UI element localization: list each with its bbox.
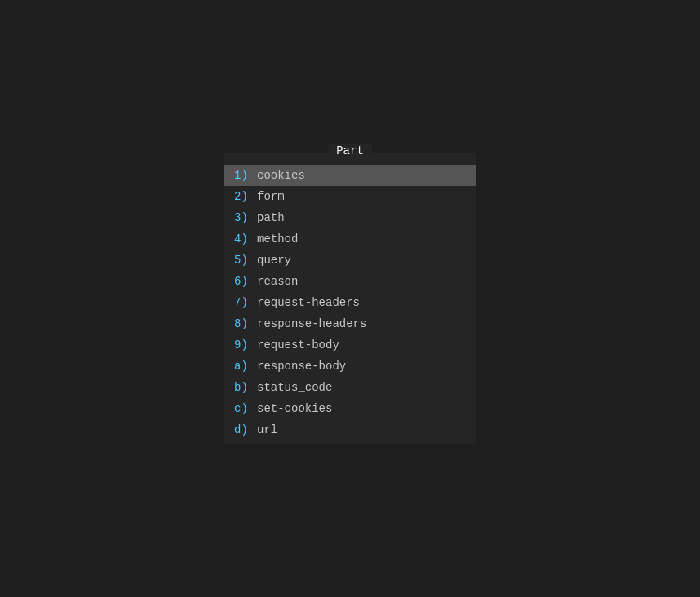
item-key: 2) [234,190,257,203]
menu-item[interactable]: 9)request-body [224,334,476,356]
item-label: path [257,211,285,224]
menu-item[interactable]: 7)request-headers [224,292,476,313]
item-label: set-cookies [257,402,332,415]
menu-item[interactable]: 3)path [224,207,476,228]
item-label: query [257,254,291,267]
menu-item[interactable]: 8)response-headers [224,313,476,334]
item-key: 1) [234,169,257,182]
item-key: 9) [234,338,257,352]
item-label: request-body [257,338,339,352]
part-dialog: Part 1)cookies2)form3)path4)method5)quer… [224,153,476,444]
item-key: 7) [234,296,257,309]
item-key: 4) [234,232,257,245]
menu-item[interactable]: c)set-cookies [224,398,476,419]
item-key: b) [234,381,257,394]
menu-item[interactable]: b)status_code [224,377,476,398]
menu-item[interactable]: a)response-body [224,356,476,377]
item-label: url [257,423,277,436]
menu-item[interactable]: d)url [224,419,476,440]
item-label: status_code [257,381,332,394]
menu-item[interactable]: 6)reason [224,271,476,292]
menu-list: 1)cookies2)form3)path4)method5)query6)re… [224,161,476,444]
item-key: d) [234,423,257,436]
item-label: request-headers [257,296,360,309]
item-key: a) [234,360,257,373]
menu-item[interactable]: 5)query [224,250,476,271]
item-label: reason [257,275,298,288]
menu-item[interactable]: 1)cookies [224,165,476,186]
item-label: cookies [257,169,305,182]
menu-item[interactable]: 4)method [224,228,476,250]
item-key: 8) [234,317,257,330]
menu-item[interactable]: 2)form [224,186,476,207]
item-label: method [257,232,298,245]
dialog-title: Part [328,144,372,157]
item-key: 5) [234,254,257,267]
item-label: form [257,190,285,203]
item-key: 6) [234,275,257,288]
item-key: c) [234,402,257,415]
item-key: 3) [234,211,257,224]
item-label: response-headers [257,317,366,330]
item-label: response-body [257,360,346,373]
